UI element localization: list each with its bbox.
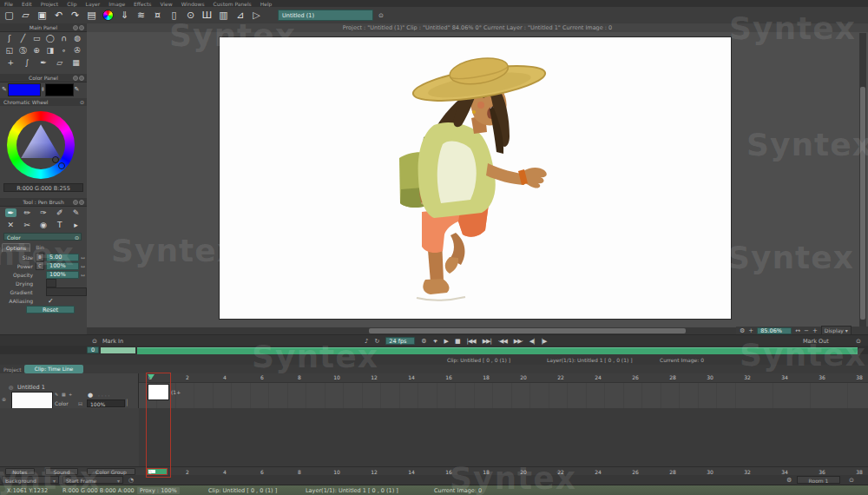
hue-selector[interactable] <box>58 162 65 169</box>
clip-selector[interactable]: Untitled (1) <box>278 10 373 21</box>
menu-edit[interactable]: Edit <box>22 1 32 7</box>
collapse-icon[interactable] <box>73 200 78 205</box>
option-mode-button[interactable]: B <box>36 253 44 261</box>
ellipse-icon[interactable]: ◯ <box>44 34 56 43</box>
option-drag-arrows[interactable]: ↔ <box>81 263 85 269</box>
menu-image[interactable]: Image <box>108 1 125 7</box>
room-select[interactable]: Room 1 <box>797 476 840 484</box>
eyedropper-a-icon[interactable]: ✎ <box>2 86 7 93</box>
zoom-out-button[interactable]: − <box>804 327 809 334</box>
light-table-icon[interactable]: ¤ <box>152 8 163 23</box>
option-toggle-box[interactable] <box>46 279 56 287</box>
tab-options[interactable]: Options <box>2 243 30 252</box>
clip-selector-options-icon[interactable]: ⊙ <box>378 12 384 19</box>
prev-key-button[interactable]: ·◀◀ <box>498 338 507 345</box>
eyedropper-b-icon[interactable]: ✎ <box>75 86 80 93</box>
spin-down-icon[interactable]: ▼ <box>42 89 44 93</box>
first-frame-button[interactable]: |◀◀ <box>467 338 476 345</box>
layer-option-dots[interactable]: · · · · <box>98 393 109 399</box>
brushes-icon[interactable]: Ш <box>201 8 213 23</box>
flip-button[interactable]: ·▾· <box>433 338 437 345</box>
horizontal-scrollbar[interactable] <box>87 327 736 334</box>
layer-pin-icon[interactable]: ⊕ <box>2 396 6 402</box>
oil-brush-icon[interactable]: ✎ <box>70 208 82 217</box>
frame-ruler-top[interactable]: 02468101214161820222426283032343638 <box>139 373 868 383</box>
option-value-field[interactable]: 100% <box>46 271 79 279</box>
camera-icon[interactable]: ✇ <box>72 46 83 55</box>
fill-icon[interactable]: ▸ <box>70 221 82 229</box>
menu-effects[interactable]: Effects <box>134 1 151 7</box>
range-bar[interactable] <box>137 347 858 354</box>
layer-add-icon[interactable]: + <box>69 392 72 397</box>
chromatic-wheel[interactable] <box>7 111 75 179</box>
option-value-field[interactable]: 5.00 <box>46 254 79 261</box>
audio-icon[interactable]: ♪ <box>365 338 368 345</box>
text-tool-icon[interactable]: T <box>54 221 65 229</box>
lamp-icon[interactable]: ◍ <box>72 34 83 43</box>
playhead-marker[interactable] <box>148 374 155 380</box>
zoom-tool-icon[interactable]: ⊕ <box>31 46 43 55</box>
opacity-slider-handle[interactable]: ▏ <box>127 399 131 406</box>
freehand-select-icon[interactable]: ʃ <box>3 34 15 43</box>
secondary-color-swatch[interactable] <box>45 83 74 96</box>
select-s-icon[interactable]: Ⓢ <box>17 45 29 56</box>
fit-view-icon[interactable]: + <box>748 327 753 334</box>
proxy-icon[interactable]: ▯ <box>168 8 180 23</box>
airbrush-icon[interactable]: ✐ <box>54 208 65 217</box>
menu-layer[interactable]: Layer <box>86 1 101 7</box>
pencil-icon[interactable]: ✏ <box>22 208 33 217</box>
tab-clip-timeline[interactable]: Clip: Time Line <box>24 365 83 373</box>
brush-color-mode-select[interactable]: Color ⊙ <box>3 233 82 241</box>
loop-icon[interactable]: ↻ <box>374 338 379 345</box>
menu-custom-panels[interactable]: Custom Panels <box>214 1 252 7</box>
menu-file[interactable]: File <box>4 1 13 7</box>
mechanical-pencil-icon[interactable]: ✕ <box>5 221 16 229</box>
zoom-value-field[interactable]: 85.06% <box>757 327 792 334</box>
color-wheel-icon[interactable] <box>102 10 114 21</box>
spline-icon[interactable]: ∩ <box>58 34 69 43</box>
cutter-icon[interactable]: ✂ <box>22 221 33 229</box>
close-icon[interactable] <box>79 200 84 205</box>
button-sound[interactable]: Sound <box>45 468 78 475</box>
option-checkbox[interactable]: ✓ <box>48 297 54 305</box>
magnifier-icon[interactable]: ⊙ <box>185 8 196 23</box>
menu-windows[interactable]: Windows <box>181 1 205 7</box>
marker-icon[interactable]: ✑ <box>37 208 49 217</box>
layer-active-dot[interactable]: ● <box>88 392 93 399</box>
curve-icon[interactable]: ∫ <box>22 58 33 67</box>
horizontal-scroll-thumb[interactable] <box>369 328 686 333</box>
option-drag-arrows[interactable]: ↔ <box>81 272 85 278</box>
library-icon[interactable]: ▥ <box>218 8 229 23</box>
pen-icon[interactable]: ✒ <box>37 58 49 67</box>
next-frame-button[interactable]: |▶ <box>542 338 547 345</box>
position-icon[interactable]: + <box>5 58 16 67</box>
option-value-field[interactable]: 100% <box>46 262 79 270</box>
layer-grid-icon[interactable]: ▦ <box>62 392 66 397</box>
layer-state-icon[interactable]: ◎ <box>9 384 13 390</box>
vertical-scrollbar[interactable] <box>859 33 866 327</box>
button-notes[interactable]: Notes <box>5 468 35 475</box>
background-select[interactable]: Background ▾ <box>2 476 59 484</box>
menu-help[interactable]: Help <box>260 1 273 7</box>
waterdrop-icon[interactable]: ◉ <box>37 221 49 229</box>
color-panel-header[interactable]: Color Panel <box>0 74 87 82</box>
timeline-empty-area[interactable] <box>139 408 868 466</box>
range-segment[interactable] <box>101 347 135 353</box>
toolbox-icon[interactable]: ▤ <box>86 8 97 23</box>
last-frame-button[interactable]: ▶▶| <box>483 338 491 345</box>
tab-bin[interactable]: Bin <box>32 243 48 251</box>
layer-thumbnail[interactable] <box>11 392 53 409</box>
start-frame-select[interactable]: Start Frame ▾ <box>62 476 123 484</box>
pen-brush-icon[interactable]: ✒ <box>5 208 16 217</box>
button-color-group[interactable]: Color Group <box>87 468 135 475</box>
reset-button[interactable]: Reset <box>26 306 75 314</box>
vertical-scroll-thumb[interactable] <box>860 87 865 320</box>
color-mode-options-icon[interactable]: ⊙ <box>80 98 84 106</box>
zoom-settings-icon[interactable]: ⚙ <box>740 327 745 334</box>
import-icon[interactable]: ⇓ <box>119 8 130 23</box>
menu-project[interactable]: Project <box>41 1 59 7</box>
layer-name[interactable]: Untitled 1 <box>17 384 45 391</box>
page-icon[interactable]: ▱ <box>54 58 65 67</box>
main-panel-header[interactable]: Main Panel <box>0 23 87 32</box>
stop-button[interactable]: ■ <box>455 338 460 345</box>
